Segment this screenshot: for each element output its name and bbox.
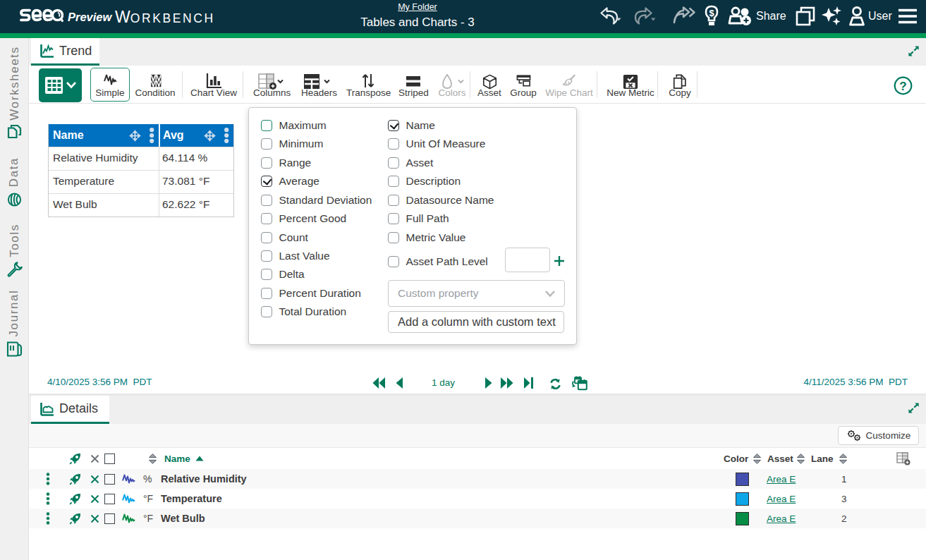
svg-text:?: ?: [899, 80, 906, 93]
svg-text:$: $: [709, 8, 714, 18]
